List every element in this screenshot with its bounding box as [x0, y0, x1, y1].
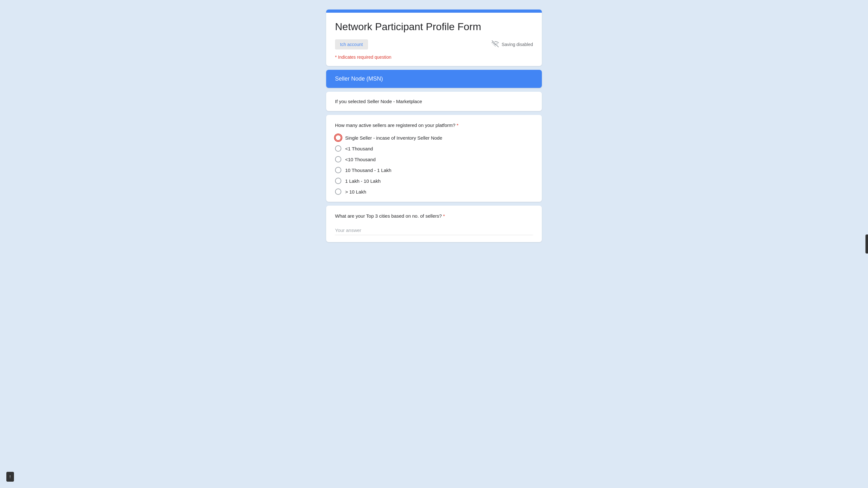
- radio-label-2: <1 Thousand: [345, 146, 373, 151]
- info-text: If you selected Seller Node - Marketplac…: [335, 99, 533, 104]
- radio-outer-1: [335, 134, 341, 141]
- radio-group-sellers: Single Seller - incase of Inventory Sell…: [335, 134, 533, 195]
- page-wrapper: Network Participant Profile Form tch acc…: [326, 6, 542, 482]
- radio-option-4[interactable]: 10 Thousand - 1 Lakh: [335, 167, 533, 173]
- radio-option-2[interactable]: <1 Thousand: [335, 145, 533, 152]
- section-title: Seller Node (MSN): [335, 75, 533, 82]
- required-star2: *: [443, 213, 445, 219]
- scrollbar-indicator[interactable]: [865, 235, 868, 253]
- radio-option-1[interactable]: Single Seller - incase of Inventory Sell…: [335, 134, 533, 141]
- radio-outer-3: [335, 156, 341, 162]
- section-header-card: Seller Node (MSN): [326, 70, 542, 88]
- required-note: * Indicates required question: [335, 55, 533, 60]
- radio-outer-5: [335, 178, 341, 184]
- info-card: If you selected Seller Node - Marketplac…: [326, 92, 542, 111]
- radio-outer-6: [335, 188, 341, 195]
- form-title: Network Participant Profile Form: [335, 20, 533, 34]
- form-header-card: Network Participant Profile Form tch acc…: [326, 9, 542, 66]
- question1-label: How many active sellers are registered o…: [335, 122, 533, 129]
- radio-label-1: Single Seller - incase of Inventory Sell…: [345, 135, 442, 141]
- radio-option-6[interactable]: > 10 Lakh: [335, 188, 533, 195]
- feedback-button[interactable]: !: [6, 472, 14, 482]
- question1-card: How many active sellers are registered o…: [326, 115, 542, 202]
- answer-placeholder[interactable]: Your answer: [335, 225, 533, 235]
- required-star1: *: [457, 122, 458, 128]
- exclamation-icon: !: [9, 475, 11, 479]
- switch-account-button[interactable]: tch account: [335, 39, 368, 50]
- question2-label: What are your Top 3 cities based on no. …: [335, 213, 533, 220]
- radio-outer-4: [335, 167, 341, 173]
- radio-option-3[interactable]: <10 Thousand: [335, 156, 533, 162]
- radio-option-5[interactable]: 1 Lakh - 10 Lakh: [335, 178, 533, 184]
- radio-outer-2: [335, 145, 341, 152]
- saving-status-text: Saving disabled: [502, 42, 533, 47]
- radio-label-5: 1 Lakh - 10 Lakh: [345, 178, 381, 184]
- radio-label-3: <10 Thousand: [345, 157, 376, 162]
- radio-label-6: > 10 Lakh: [345, 189, 366, 194]
- question2-card: What are your Top 3 cities based on no. …: [326, 206, 542, 242]
- form-subtitle-row: tch account Saving disabled: [335, 39, 533, 50]
- saving-status: Saving disabled: [491, 40, 533, 49]
- cloud-off-icon: [491, 40, 499, 49]
- radio-label-4: 10 Thousand - 1 Lakh: [345, 167, 392, 173]
